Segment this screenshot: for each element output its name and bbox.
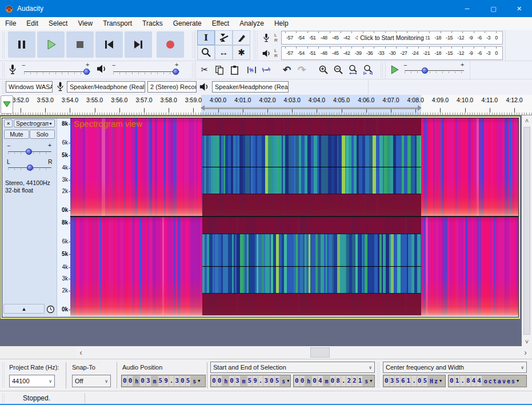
quick-play-region[interactable] bbox=[205, 107, 418, 109]
play-speed-slider[interactable] bbox=[405, 70, 464, 71]
redo-button[interactable]: ↷ bbox=[294, 62, 309, 77]
multi-tool-button[interactable]: ✱ bbox=[233, 45, 250, 60]
audio-position-field[interactable]: 00 h 03 m 59.305 s▼ bbox=[121, 375, 206, 387]
scroll-left-button[interactable]: ‹ bbox=[76, 346, 86, 359]
solo-button[interactable]: Solo bbox=[30, 130, 55, 139]
copy-button[interactable] bbox=[212, 62, 227, 77]
track-collapse-button[interactable]: ▲ bbox=[3, 304, 45, 314]
recording-device-select[interactable]: Speaker/Headphone (Realte∨ bbox=[67, 81, 145, 93]
cut-button[interactable]: ✂ bbox=[197, 62, 212, 77]
spectral-mode-select[interactable]: Center frequency and Width∨ bbox=[383, 362, 527, 373]
track-resize-handle[interactable] bbox=[70, 315, 518, 317]
menu-file[interactable]: File bbox=[0, 17, 21, 30]
dropdown-arrow-icon[interactable]: ▼ bbox=[517, 379, 519, 383]
recording-channels-select[interactable]: 2 (Stereo) Recor∨ bbox=[147, 81, 197, 93]
recording-meter-mic-icon[interactable] bbox=[259, 31, 273, 45]
menu-select[interactable]: Select bbox=[43, 17, 73, 30]
spectral-toolbar-grip[interactable] bbox=[377, 363, 379, 388]
record-volume-thumb[interactable] bbox=[83, 69, 90, 75]
meter-toolbar-grip[interactable] bbox=[255, 31, 258, 60]
mute-button[interactable]: Mute bbox=[4, 130, 29, 139]
play-volume-thumb[interactable] bbox=[173, 69, 179, 75]
track-close-button[interactable]: ✕ bbox=[4, 119, 13, 127]
recording-meter-scale[interactable]: -57-54-51-48-45-42-39-36-33-30-27-24-21-… bbox=[281, 31, 503, 45]
skip-to-end-button[interactable] bbox=[125, 31, 152, 58]
snap-to-select[interactable]: Off∨ bbox=[72, 375, 111, 387]
fit-project-button[interactable] bbox=[361, 62, 375, 77]
menu-effect[interactable]: Effect bbox=[207, 17, 234, 30]
menu-analyze[interactable]: Analyze bbox=[234, 17, 269, 30]
menu-transport[interactable]: Transport bbox=[98, 17, 137, 30]
selection-end-field[interactable]: 00 h 04 m 08.221 s▼ bbox=[293, 375, 375, 387]
project-rate-select[interactable]: 44100∨ bbox=[9, 375, 55, 387]
scroll-right-button[interactable]: › bbox=[521, 346, 530, 359]
selection-start-field[interactable]: 00 h 03 m 59.305 s▼ bbox=[210, 375, 291, 387]
playback-device-select[interactable]: Speaker/Headphone (Realte∨ bbox=[212, 81, 289, 93]
spectral-selection-left[interactable] bbox=[202, 118, 421, 216]
zoom-tool-button[interactable] bbox=[197, 45, 215, 60]
timeline-ruler[interactable]: 3:52.03:53.03:54.03:55.03:56.03:57.03:58… bbox=[0, 95, 532, 115]
paste-button[interactable] bbox=[227, 62, 242, 77]
dropdown-arrow-icon[interactable]: ▼ bbox=[439, 379, 442, 383]
play-speed-thumb[interactable] bbox=[422, 67, 428, 74]
zoom-out-button[interactable] bbox=[331, 62, 346, 77]
undo-button[interactable]: ↶ bbox=[279, 62, 294, 77]
menu-view[interactable]: View bbox=[73, 17, 98, 30]
zoom-to-selection-button[interactable] bbox=[346, 62, 361, 77]
pan-slider-thumb[interactable] bbox=[27, 165, 33, 171]
device-toolbar-grip[interactable] bbox=[2, 81, 5, 94]
menu-generate[interactable]: Generate bbox=[168, 17, 207, 30]
spectrogram-channel-left[interactable] bbox=[70, 118, 518, 216]
close-button[interactable]: ✕ bbox=[506, 0, 532, 17]
vertical-scroll-thumb[interactable] bbox=[523, 127, 530, 335]
horizontal-scroll-thumb[interactable] bbox=[310, 347, 330, 358]
play-button[interactable] bbox=[37, 31, 65, 58]
playback-meter-scale[interactable]: -57-54-51-48-45-42-39-36-33-30-27-24-21-… bbox=[281, 46, 503, 60]
dropdown-arrow-icon[interactable]: ▼ bbox=[287, 379, 289, 383]
center-frequency-field[interactable]: 03561.05 Hz▼ bbox=[383, 375, 446, 387]
scroll-down-button[interactable]: ˅ bbox=[522, 336, 532, 346]
track-timer-button[interactable] bbox=[46, 304, 55, 314]
spectral-selection-right[interactable] bbox=[202, 217, 421, 315]
draw-tool-button[interactable] bbox=[233, 30, 250, 45]
selection-mode-select[interactable]: Start and End of Selection∨ bbox=[210, 362, 375, 373]
play-volume-slider[interactable] bbox=[113, 71, 179, 72]
playback-meter-speaker-icon[interactable] bbox=[259, 46, 273, 60]
selection-tool-button[interactable]: I bbox=[197, 30, 215, 45]
minimize-button[interactable]: ─ bbox=[454, 0, 480, 17]
horizontal-scrollbar[interactable]: ‹ › bbox=[76, 346, 530, 359]
menu-help[interactable]: Help bbox=[269, 17, 294, 30]
bandwidth-field[interactable]: 01.844 octaves▼ bbox=[448, 375, 527, 387]
record-button[interactable] bbox=[157, 31, 184, 58]
frequency-ruler[interactable]: 8k6k5k4k3k2k0k8k6k5k4k3k2k0k bbox=[57, 118, 70, 316]
skip-to-start-button[interactable] bbox=[95, 31, 123, 58]
recording-meter[interactable]: LR -57-54-51-48-45-42-39-36-33-30-27-24-… bbox=[259, 30, 503, 45]
selection-toolbar-grip[interactable] bbox=[2, 363, 5, 388]
zoom-in-button[interactable] bbox=[316, 62, 331, 77]
envelope-tool-button[interactable] bbox=[215, 30, 233, 45]
play-at-speed-button[interactable] bbox=[387, 62, 402, 77]
pinned-play-head-button[interactable] bbox=[1, 95, 13, 114]
transport-toolbar-grip[interactable] bbox=[2, 32, 5, 58]
dropdown-arrow-icon[interactable]: ▼ bbox=[198, 379, 200, 383]
silence-audio-button[interactable] bbox=[259, 62, 274, 77]
monitoring-hint[interactable]: Click to Start Monitoring bbox=[358, 34, 426, 41]
maximize-button[interactable]: ▢ bbox=[481, 0, 506, 17]
tools-toolbar-grip[interactable] bbox=[192, 32, 194, 58]
playback-meter[interactable]: LR -57-54-51-48-45-42-39-36-33-30-27-24-… bbox=[259, 46, 503, 61]
menu-tracks[interactable]: Tracks bbox=[137, 17, 168, 30]
trim-audio-button[interactable] bbox=[244, 62, 259, 77]
stop-button[interactable] bbox=[66, 31, 94, 58]
gain-slider-thumb[interactable] bbox=[26, 149, 32, 155]
audio-host-select[interactable]: Windows WASA∨ bbox=[6, 81, 53, 93]
edit-toolbar-grip[interactable] bbox=[192, 63, 194, 78]
play-at-speed-grip[interactable] bbox=[381, 63, 383, 78]
spectrogram-channel-right[interactable] bbox=[70, 217, 518, 315]
timeshift-tool-button[interactable]: ↔ bbox=[215, 45, 233, 60]
menu-edit[interactable]: Edit bbox=[21, 17, 43, 30]
record-volume-slider[interactable] bbox=[24, 71, 90, 72]
track-name-menu[interactable]: Spectrogram▼ bbox=[14, 119, 55, 127]
pause-button[interactable] bbox=[8, 31, 35, 58]
mixer-toolbar-grip[interactable] bbox=[2, 63, 5, 78]
scroll-up-button[interactable]: ˄ bbox=[522, 115, 532, 125]
